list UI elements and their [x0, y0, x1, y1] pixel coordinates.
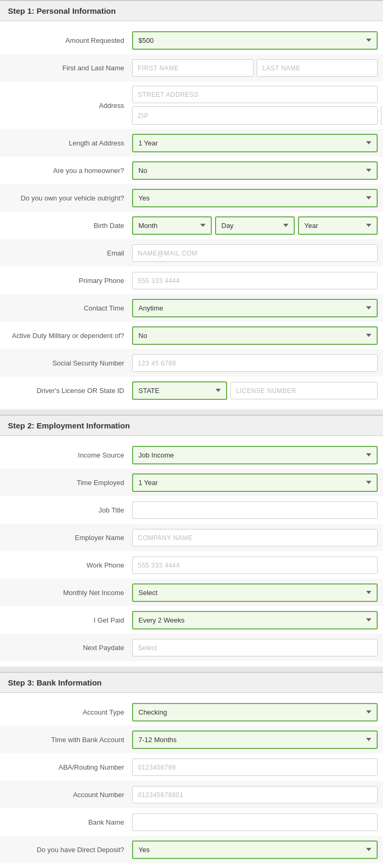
- job-title-input[interactable]: [132, 501, 378, 519]
- contact-time-select[interactable]: Anytime Morning Afternoon Evening: [132, 299, 378, 317]
- license-state-select[interactable]: STATE AL AK: [132, 381, 227, 400]
- income-source-select[interactable]: Job Income Self Employed Disability Reti…: [132, 446, 378, 464]
- work-phone-row: Work Phone: [0, 551, 383, 579]
- homeowner-select[interactable]: Yes No: [132, 161, 378, 180]
- birth-date-label: Birth Date: [5, 222, 132, 230]
- account-number-row: Account Number: [0, 781, 383, 808]
- time-bank-label: Time with Bank Account: [5, 736, 132, 744]
- work-phone-input[interactable]: [132, 556, 378, 574]
- aba-routing-input[interactable]: [132, 759, 378, 776]
- ssn-label: Social Security Number: [5, 359, 132, 367]
- last-name-input[interactable]: [257, 59, 378, 77]
- email-row: Email: [0, 239, 383, 267]
- birth-day-select[interactable]: Day 1 2: [215, 216, 295, 235]
- city-input[interactable]: [381, 106, 383, 125]
- street-address-input[interactable]: [132, 86, 378, 103]
- time-bank-select[interactable]: Less than 6 Months 7-12 Months 1-2 Years…: [132, 730, 378, 749]
- bank-name-label: Bank Name: [5, 818, 132, 826]
- income-source-label: Income Source: [5, 451, 132, 459]
- account-type-row: Account Type Checking Savings: [0, 698, 383, 726]
- time-employed-select[interactable]: Less than 1 Year 1 Year 2 Years 3+ Years: [132, 473, 378, 492]
- direct-deposit-select[interactable]: Yes No: [132, 840, 378, 859]
- first-name-input[interactable]: [132, 59, 254, 77]
- phone-input[interactable]: [132, 272, 378, 289]
- direct-deposit-label: Do you have Direct Deposit?: [5, 846, 132, 854]
- job-title-label: Job Title: [5, 506, 132, 514]
- length-address-label: Length at Address: [5, 139, 132, 147]
- address-label: Address: [5, 102, 132, 109]
- work-phone-label: Work Phone: [5, 561, 132, 569]
- next-paydate-select[interactable]: Select: [132, 639, 378, 656]
- job-title-row: Job Title: [0, 496, 383, 524]
- active-duty-row: Active Duty Military or dependent of? Ye…: [0, 322, 383, 349]
- time-employed-row: Time Employed Less than 1 Year 1 Year 2 …: [0, 469, 383, 496]
- zip-input[interactable]: [132, 106, 378, 125]
- ssn-input[interactable]: [132, 354, 378, 372]
- birth-month-select[interactable]: Month January February: [132, 216, 212, 235]
- birth-date-row: Birth Date Month January February Day 1 …: [0, 212, 383, 239]
- license-label: Driver's License OR State ID: [5, 387, 132, 395]
- bank-name-row: Bank Name: [0, 808, 383, 836]
- ssn-row: Social Security Number: [0, 349, 383, 377]
- amount-requested-row: Amount Requested $500 $1000 $1500 $2000: [0, 26, 383, 54]
- name-row: First and Last Name: [0, 54, 383, 81]
- get-paid-row: I Get Paid Weekly Every 2 Weeks Monthly …: [0, 606, 383, 634]
- amount-requested-select[interactable]: $500 $1000 $1500 $2000: [132, 31, 378, 50]
- time-employed-label: Time Employed: [5, 479, 132, 487]
- account-type-select[interactable]: Checking Savings: [132, 703, 378, 721]
- monthly-income-select[interactable]: Select $500-$999 $1000-$1499 $1500+: [132, 583, 378, 602]
- step2-header: Step 2: Employment Information: [0, 415, 383, 436]
- email-input[interactable]: [132, 244, 378, 262]
- active-duty-select[interactable]: Yes No: [132, 326, 378, 345]
- bank-name-input[interactable]: [132, 814, 378, 831]
- own-vehicle-select[interactable]: Yes No: [132, 189, 378, 207]
- length-address-row: Length at Address Less than 1 Year 1 Yea…: [0, 129, 383, 157]
- homeowner-label: Are you a homeowner?: [5, 167, 132, 175]
- phone-row: Primary Phone: [0, 267, 383, 294]
- next-paydate-label: Next Paydate: [5, 644, 132, 652]
- monthly-income-label: Monthly Net Income: [5, 589, 132, 597]
- employer-name-label: Employer Name: [5, 534, 132, 542]
- address-row: Address STATE AL AK: [0, 81, 383, 129]
- employer-name-row: Employer Name: [0, 524, 383, 551]
- monthly-income-row: Monthly Net Income Select $500-$999 $100…: [0, 579, 383, 606]
- employer-name-input[interactable]: [132, 529, 378, 546]
- step1-header: Step 1: Personal Information: [0, 0, 383, 21]
- length-address-select[interactable]: Less than 1 Year 1 Year 2 Years 3+ Years: [132, 134, 378, 152]
- own-vehicle-row: Do you own your vehicle outright? Yes No: [0, 184, 383, 212]
- get-paid-select[interactable]: Weekly Every 2 Weeks Monthly Twice Month…: [132, 611, 378, 629]
- name-label: First and Last Name: [5, 64, 132, 72]
- account-number-label: Account Number: [5, 791, 132, 799]
- email-label: Email: [5, 249, 132, 257]
- get-paid-label: I Get Paid: [5, 616, 132, 624]
- step3-header: Step 3: Bank Information: [0, 672, 383, 693]
- account-number-input[interactable]: [132, 786, 378, 803]
- time-bank-row: Time with Bank Account Less than 6 Month…: [0, 726, 383, 753]
- contact-time-row: Contact Time Anytime Morning Afternoon E…: [0, 294, 383, 322]
- homeowner-row: Are you a homeowner? Yes No: [0, 157, 383, 184]
- amount-requested-label: Amount Requested: [5, 36, 132, 44]
- license-row: Driver's License OR State ID STATE AL AK: [0, 377, 383, 404]
- license-number-input[interactable]: [230, 382, 378, 399]
- aba-routing-label: ABA/Routing Number: [5, 763, 132, 771]
- direct-deposit-row: Do you have Direct Deposit? Yes No: [0, 836, 383, 863]
- birth-year-select[interactable]: Year 2000 1999: [298, 216, 378, 235]
- phone-label: Primary Phone: [5, 277, 132, 285]
- active-duty-label: Active Duty Military or dependent of?: [5, 332, 132, 340]
- contact-time-label: Contact Time: [5, 304, 132, 312]
- next-paydate-row: Next Paydate Select: [0, 634, 383, 661]
- aba-routing-row: ABA/Routing Number: [0, 753, 383, 781]
- income-source-row: Income Source Job Income Self Employed D…: [0, 441, 383, 469]
- own-vehicle-label: Do you own your vehicle outright?: [5, 194, 132, 202]
- account-type-label: Account Type: [5, 708, 132, 716]
